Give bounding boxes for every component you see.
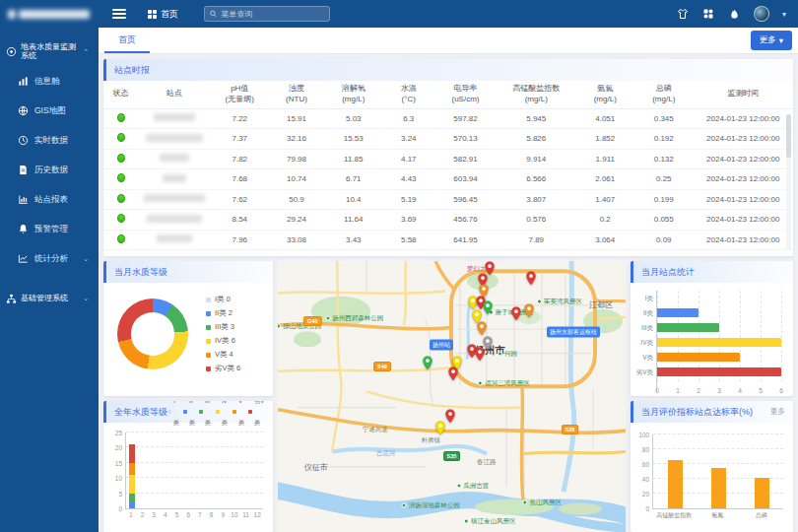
- search-input[interactable]: [221, 10, 324, 19]
- legend-item[interactable]: 劣V类 6: [206, 364, 240, 373]
- legend-item[interactable]: V类: [233, 401, 244, 433]
- legend-item[interactable]: I类: [167, 401, 179, 433]
- compliance-more-link[interactable]: 更多: [770, 401, 785, 423]
- cell-value: 0.345: [634, 114, 694, 123]
- legend-item[interactable]: III类 3: [206, 322, 240, 332]
- report-chart-icon: [18, 194, 29, 205]
- bar-劣V类[interactable]: [657, 367, 781, 376]
- sidebar-item-history-data[interactable]: 历史数据: [0, 156, 99, 185]
- menu-search[interactable]: [204, 6, 330, 22]
- sidebar-item-label: 预警管理: [34, 224, 93, 235]
- cell-value: 0.2: [576, 215, 635, 224]
- map-pin-red[interactable]: [445, 409, 456, 428]
- user-avatar[interactable]: [754, 6, 769, 22]
- bar-II类[interactable]: [657, 308, 698, 317]
- status-dot-normal: [117, 154, 125, 163]
- column-header: 站点: [138, 89, 211, 100]
- table-body: 7.2215.915.036.3597.825.9454.0510.345202…: [103, 109, 793, 251]
- system-title: 地表水质量监测系统: [21, 43, 79, 61]
- map-pin-yellow[interactable]: [434, 421, 445, 439]
- station-name-redacted: [157, 234, 192, 242]
- road-shield: G40: [303, 316, 321, 326]
- top-header-bar: 首页 ▾: [0, 0, 798, 28]
- cell-value: 0.055: [634, 215, 694, 224]
- yearly-plot: 0510152025: [125, 432, 263, 509]
- sidebar-section-water-system[interactable]: 地表水质量监测系统 ⌃: [0, 37, 99, 67]
- legend-item[interactable]: I类 0: [206, 295, 240, 304]
- cell-value: 7.22: [211, 114, 270, 123]
- map-pin-green[interactable]: [482, 300, 493, 319]
- cell-value: 7.37: [211, 134, 270, 143]
- legend-item[interactable]: II类 2: [206, 308, 240, 318]
- sidebar-item-realtime-data[interactable]: 实时数据: [0, 126, 99, 156]
- legend-item[interactable]: II类: [183, 401, 195, 433]
- tab-home[interactable]: 首页: [104, 28, 150, 53]
- cell-value: 4.43: [383, 174, 435, 183]
- theme-shirt-icon[interactable]: [677, 8, 690, 21]
- cell-value: 0.09: [634, 235, 694, 244]
- cell-value: 0.192: [634, 134, 694, 143]
- sidebar-item-gis-map[interactable]: GIS地图: [0, 97, 99, 126]
- column-header: 水温(°C): [383, 84, 435, 105]
- compliance-xlabels: 高锰酸盐指数氨氮总磷: [652, 511, 783, 520]
- table-header-row: 状态站点pH值(无量纲)浊度(NTU)溶解氧(mg/L)水温(°C)电导率(uS…: [103, 81, 793, 109]
- table-row[interactable]: 7.3732.1615.533.24570.135.8261.8520.1922…: [103, 129, 793, 150]
- cell-value: 15.53: [324, 134, 383, 143]
- map-pin-red[interactable]: [475, 347, 486, 366]
- map-pin-orange[interactable]: [523, 303, 534, 322]
- table-row[interactable]: 7.6810.746.714.43603.946.5662.0610.25202…: [103, 169, 793, 190]
- table-row[interactable]: 7.6250.910.45.19596.453.8071.4070.199202…: [103, 190, 793, 211]
- sidebar-section-base-management[interactable]: 基础管理系统 ⌄: [0, 288, 99, 310]
- map-pin-green[interactable]: [423, 356, 433, 374]
- bar-氨氮[interactable]: [711, 468, 726, 508]
- status-dot-normal: [117, 194, 125, 203]
- bar-IV类[interactable]: [657, 338, 781, 347]
- bar-V类[interactable]: [657, 353, 740, 362]
- table-row[interactable]: 7.8279.9811.854.17582.919.9141.9110.1322…: [103, 150, 793, 170]
- column-header: 状态: [103, 89, 138, 100]
- layout-icon[interactable]: [702, 8, 715, 21]
- donut-chart[interactable]: [117, 299, 188, 369]
- legend-item[interactable]: III类: [199, 401, 212, 433]
- bar-高锰酸盐指数[interactable]: [668, 460, 683, 509]
- cell-value: 33.08: [269, 235, 324, 244]
- user-menu-chevron-down-icon[interactable]: ▾: [782, 10, 786, 19]
- cell-value: 3.807: [497, 195, 576, 204]
- status-dot-normal: [117, 173, 125, 182]
- cell-value: 1.407: [576, 195, 635, 204]
- sidebar-item-alert-management[interactable]: 预警管理: [0, 215, 99, 244]
- status-dot-normal: [117, 113, 125, 122]
- sidebar-item-label: 信息舱: [34, 76, 93, 88]
- map-pin-red[interactable]: [447, 366, 458, 385]
- map-pin-red[interactable]: [525, 271, 536, 290]
- sidebar-item-statistics[interactable]: 统计分析 ⌄: [0, 244, 99, 274]
- legend-item[interactable]: 劣V类: [248, 401, 265, 433]
- cell-value: 1.852: [576, 134, 635, 143]
- map-pin-red[interactable]: [511, 306, 522, 325]
- sidebar: 地表水质量监测系统 ⌃ 信息舱 GIS地图 实时数据 历史数据 站点报表: [0, 28, 99, 532]
- more-button[interactable]: 更多▾: [751, 31, 792, 50]
- table-row[interactable]: 8.5429.2411.643.69456.760.5760.20.055202…: [103, 210, 793, 231]
- table-row[interactable]: 7.2215.915.036.3597.825.9454.0510.345202…: [103, 109, 793, 130]
- sidebar-collapse-button[interactable]: [112, 7, 126, 21]
- scrollbar-thumb[interactable]: [786, 114, 791, 158]
- table-row[interactable]: 7.9633.083.435.58641.957.893.0640.092024…: [103, 231, 793, 251]
- legend-item[interactable]: IV类: [216, 401, 229, 433]
- bar-总磷[interactable]: [755, 478, 769, 509]
- cell-value: 5.826: [497, 134, 576, 143]
- sidebar-item-info-cabin[interactable]: 信息舱: [0, 67, 99, 97]
- bar-III类[interactable]: [657, 323, 719, 332]
- legend-item[interactable]: V类 4: [206, 350, 240, 360]
- nav-home[interactable]: 首页: [148, 8, 178, 21]
- legend-item[interactable]: IV类 6: [206, 336, 240, 346]
- cell-value: 0.25: [634, 174, 694, 183]
- cell-time: 2024-01-23 12:00:00: [694, 235, 794, 244]
- sidebar-item-station-report[interactable]: 站点报表: [0, 185, 99, 215]
- flame-icon[interactable]: [728, 8, 741, 21]
- cell-value: 29.24: [269, 215, 324, 224]
- cell-value: 6.3: [383, 114, 435, 123]
- road-shield: S28: [562, 425, 579, 434]
- cell-value: 3.24: [383, 134, 435, 143]
- map-yangzhou[interactable]: 扬州市江都区仪征市朴席镇扬州西郊森林公园捺山地质公园唐子城风景区茱萸湾风景区何园…: [278, 261, 626, 532]
- logo-redacted: [19, 10, 90, 19]
